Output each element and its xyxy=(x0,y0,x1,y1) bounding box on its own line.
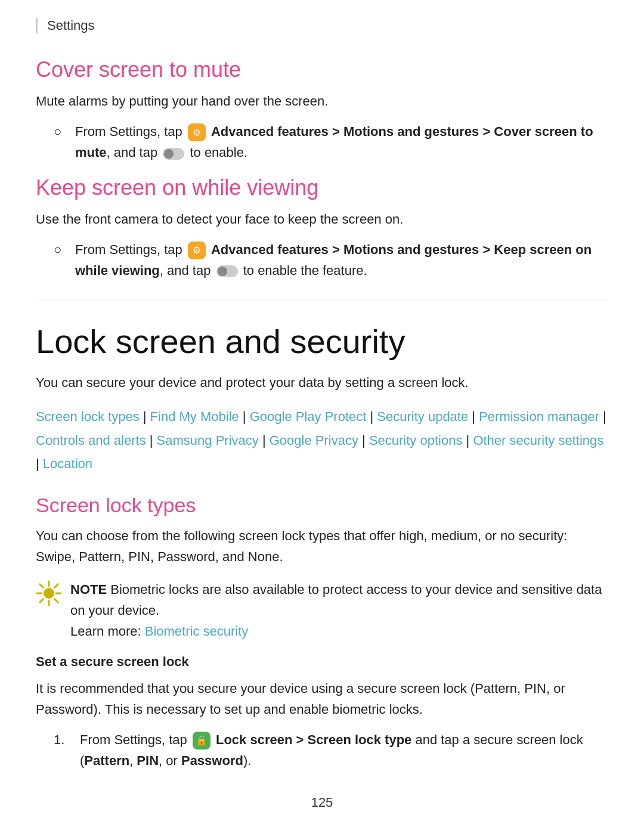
section-cover-screen-to-mute: Cover screen to mute Mute alarms by putt… xyxy=(36,57,608,163)
svg-line-7 xyxy=(40,599,44,603)
pin-label: PIN xyxy=(137,753,159,768)
section-keep-screen-on: Keep screen on while viewing Use the fro… xyxy=(36,175,608,281)
link-google-play-protect[interactable]: Google Play Protect xyxy=(250,409,367,424)
link-location[interactable]: Location xyxy=(43,456,92,471)
links-navigation: Screen lock types | Find My Mobile | Goo… xyxy=(36,405,608,476)
lock-icon-1: 🔒 xyxy=(193,732,210,750)
svg-line-5 xyxy=(55,599,58,603)
keep-screen-path: Advanced features > Motions and gestures… xyxy=(75,242,592,278)
screen-lock-types-title: Screen lock types xyxy=(36,494,608,517)
page-number-text: 125 xyxy=(311,795,333,810)
section-lock-screen-security: Lock screen and security You can secure … xyxy=(36,299,608,476)
learn-more-label: Learn more: xyxy=(70,624,145,639)
note-box: NOTE Biometric locks are also available … xyxy=(36,579,608,642)
cover-screen-title: Cover screen to mute xyxy=(36,57,608,82)
bullet-circle-2: ○ xyxy=(54,239,70,260)
settings-icon-2: ⚙ xyxy=(188,241,206,259)
numbered-item-1: 1. From Settings, tap 🔒 Lock screen > Sc… xyxy=(54,729,608,771)
link-samsung-privacy[interactable]: Samsung Privacy xyxy=(157,433,259,448)
link-google-privacy[interactable]: Google Privacy xyxy=(270,433,358,448)
pattern-label: Pattern xyxy=(84,753,129,768)
page-container: Settings Cover screen to mute Mute alarm… xyxy=(0,0,644,833)
svg-point-8 xyxy=(44,588,54,599)
toggle-icon-1 xyxy=(163,148,184,160)
numbered-item-1-text: From Settings, tap 🔒 Lock screen > Scree… xyxy=(80,729,608,771)
keep-screen-bullet: ○ From Settings, tap ⚙ Advanced features… xyxy=(54,239,608,281)
lock-screen-description: You can secure your device and protect y… xyxy=(36,372,608,393)
lock-screen-main-title: Lock screen and security xyxy=(36,323,608,360)
page-header: Settings xyxy=(36,18,608,33)
header-label: Settings xyxy=(47,18,95,33)
cover-screen-bullet: ○ From Settings, tap ⚙ Advanced features… xyxy=(54,121,608,163)
screen-lock-types-description: You can choose from the following screen… xyxy=(36,525,608,567)
link-biometric-security[interactable]: Biometric security xyxy=(145,624,249,639)
settings-icon-1: ⚙ xyxy=(188,123,206,141)
note-label: NOTE xyxy=(70,582,107,597)
link-screen-lock-types[interactable]: Screen lock types xyxy=(36,409,140,424)
cover-screen-bullet-text: From Settings, tap ⚙ Advanced features >… xyxy=(75,121,608,163)
page-number: 125 xyxy=(36,795,608,810)
section-screen-lock-types: Screen lock types You can choose from th… xyxy=(36,494,608,772)
cover-screen-description: Mute alarms by putting your hand over th… xyxy=(36,91,608,112)
svg-line-4 xyxy=(40,584,44,588)
link-security-update[interactable]: Security update xyxy=(377,409,468,424)
link-security-options[interactable]: Security options xyxy=(369,433,463,448)
link-find-my-mobile[interactable]: Find My Mobile xyxy=(150,409,239,424)
note-text: Biometric locks are also available to pr… xyxy=(70,582,602,618)
link-controls-and-alerts[interactable]: Controls and alerts xyxy=(36,433,146,448)
bullet-circle-1: ○ xyxy=(54,121,70,142)
note-content: NOTE Biometric locks are also available … xyxy=(70,579,608,642)
link-permission-manager[interactable]: Permission manager xyxy=(479,409,599,424)
svg-line-6 xyxy=(55,584,58,588)
subsection-set-secure-screen-lock: Set a secure screen lock It is recommend… xyxy=(36,654,608,772)
password-label: Password xyxy=(181,753,243,768)
keep-screen-description: Use the front camera to detect your face… xyxy=(36,209,608,230)
lock-screen-path: Lock screen > Screen lock type xyxy=(216,732,411,747)
set-secure-screen-lock-description: It is recommended that you secure your d… xyxy=(36,678,608,720)
cover-screen-path: Advanced features > Motions and gestures… xyxy=(75,124,593,160)
toggle-icon-2 xyxy=(216,265,238,277)
keep-screen-bullet-text: From Settings, tap ⚙ Advanced features >… xyxy=(75,239,608,281)
numbered-label-1: 1. xyxy=(54,729,75,750)
note-sun-icon xyxy=(36,580,62,612)
set-secure-screen-lock-title: Set a secure screen lock xyxy=(36,654,608,670)
keep-screen-title: Keep screen on while viewing xyxy=(36,175,608,200)
link-other-security-settings[interactable]: Other security settings xyxy=(473,433,603,448)
